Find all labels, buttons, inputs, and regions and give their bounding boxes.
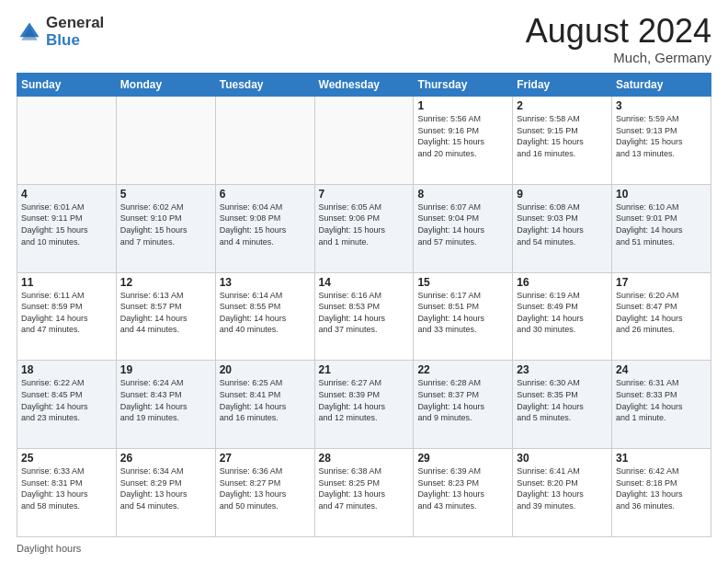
day-number: 1: [417, 99, 508, 112]
calendar-cell: 5Sunrise: 6:02 AM Sunset: 9:10 PM Daylig…: [116, 184, 215, 272]
day-info: Sunrise: 6:08 AM Sunset: 9:03 PM Dayligh…: [517, 201, 608, 247]
calendar-cell: 17Sunrise: 6:20 AM Sunset: 8:47 PM Dayli…: [612, 272, 711, 361]
location: Much, Germany: [526, 50, 711, 65]
day-number: 6: [220, 188, 311, 201]
calendar-cell: [215, 97, 314, 185]
day-info: Sunrise: 6:31 AM Sunset: 8:33 PM Dayligh…: [616, 377, 707, 423]
calendar-cell: 14Sunrise: 6:16 AM Sunset: 8:53 PM Dayli…: [314, 272, 414, 361]
day-info: Sunrise: 6:34 AM Sunset: 8:29 PM Dayligh…: [120, 465, 211, 511]
logo-blue-text: Blue: [46, 31, 80, 49]
day-info: Sunrise: 6:19 AM Sunset: 8:49 PM Dayligh…: [517, 290, 608, 336]
day-info: Sunrise: 6:10 AM Sunset: 9:01 PM Dayligh…: [616, 201, 707, 247]
day-number: 24: [616, 363, 707, 376]
header-row: SundayMondayTuesdayWednesdayThursdayFrid…: [17, 74, 711, 97]
page: General Blue August 2024 Much, Germany S…: [0, 0, 728, 563]
day-number: 19: [120, 363, 211, 376]
day-number: 23: [517, 363, 608, 376]
day-number: 14: [319, 276, 410, 289]
calendar-cell: 31Sunrise: 6:42 AM Sunset: 8:18 PM Dayli…: [612, 449, 711, 537]
calendar-cell: 9Sunrise: 6:08 AM Sunset: 9:03 PM Daylig…: [513, 184, 612, 272]
day-number: 22: [417, 363, 508, 376]
day-number: 28: [319, 452, 410, 465]
day-number: 20: [220, 363, 311, 376]
calendar-cell: 20Sunrise: 6:25 AM Sunset: 8:41 PM Dayli…: [215, 361, 314, 449]
calendar-cell: 13Sunrise: 6:14 AM Sunset: 8:55 PM Dayli…: [215, 272, 314, 361]
week-row-2: 4Sunrise: 6:01 AM Sunset: 9:11 PM Daylig…: [17, 184, 711, 272]
day-info: Sunrise: 6:36 AM Sunset: 8:27 PM Dayligh…: [220, 465, 311, 511]
calendar-cell: 25Sunrise: 6:33 AM Sunset: 8:31 PM Dayli…: [17, 449, 117, 537]
day-number: 5: [120, 188, 211, 201]
day-number: 27: [220, 452, 311, 465]
day-info: Sunrise: 6:42 AM Sunset: 8:18 PM Dayligh…: [616, 465, 707, 511]
logo: General Blue: [17, 15, 104, 49]
day-info: Sunrise: 6:25 AM Sunset: 8:41 PM Dayligh…: [220, 377, 311, 423]
day-info: Sunrise: 5:59 AM Sunset: 9:13 PM Dayligh…: [616, 113, 707, 159]
day-number: 3: [616, 99, 707, 112]
calendar-cell: 16Sunrise: 6:19 AM Sunset: 8:49 PM Dayli…: [513, 272, 612, 361]
day-number: 15: [417, 276, 508, 289]
day-info: Sunrise: 5:56 AM Sunset: 9:16 PM Dayligh…: [417, 113, 508, 159]
calendar-cell: 2Sunrise: 5:58 AM Sunset: 9:15 PM Daylig…: [513, 97, 612, 185]
day-number: 12: [120, 276, 211, 289]
day-info: Sunrise: 6:04 AM Sunset: 9:08 PM Dayligh…: [220, 201, 311, 247]
day-info: Sunrise: 6:17 AM Sunset: 8:51 PM Dayligh…: [417, 290, 508, 336]
day-info: Sunrise: 6:38 AM Sunset: 8:25 PM Dayligh…: [319, 465, 410, 511]
week-row-5: 25Sunrise: 6:33 AM Sunset: 8:31 PM Dayli…: [17, 449, 711, 537]
calendar-cell: [17, 97, 117, 185]
week-row-1: 1Sunrise: 5:56 AM Sunset: 9:16 PM Daylig…: [17, 97, 711, 185]
calendar-cell: 18Sunrise: 6:22 AM Sunset: 8:45 PM Dayli…: [17, 361, 117, 449]
day-info: Sunrise: 6:20 AM Sunset: 8:47 PM Dayligh…: [616, 290, 707, 336]
day-info: Sunrise: 6:01 AM Sunset: 9:11 PM Dayligh…: [21, 201, 112, 247]
day-number: 8: [417, 188, 508, 201]
calendar-cell: 1Sunrise: 5:56 AM Sunset: 9:16 PM Daylig…: [414, 97, 513, 185]
day-number: 26: [120, 452, 211, 465]
day-number: 13: [220, 276, 311, 289]
day-number: 21: [319, 363, 410, 376]
calendar-cell: 15Sunrise: 6:17 AM Sunset: 8:51 PM Dayli…: [414, 272, 513, 361]
calendar-cell: 28Sunrise: 6:38 AM Sunset: 8:25 PM Dayli…: [314, 449, 414, 537]
calendar-cell: 8Sunrise: 6:07 AM Sunset: 9:04 PM Daylig…: [414, 184, 513, 272]
day-info: Sunrise: 6:02 AM Sunset: 9:10 PM Dayligh…: [120, 201, 211, 247]
col-header-monday: Monday: [116, 74, 215, 97]
col-header-friday: Friday: [513, 74, 612, 97]
calendar-cell: 4Sunrise: 6:01 AM Sunset: 9:11 PM Daylig…: [17, 184, 117, 272]
calendar-cell: 11Sunrise: 6:11 AM Sunset: 8:59 PM Dayli…: [17, 272, 117, 361]
col-header-sunday: Sunday: [17, 74, 117, 97]
day-info: Sunrise: 6:39 AM Sunset: 8:23 PM Dayligh…: [417, 465, 508, 511]
calendar-cell: 22Sunrise: 6:28 AM Sunset: 8:37 PM Dayli…: [414, 361, 513, 449]
calendar-table: SundayMondayTuesdayWednesdayThursdayFrid…: [17, 73, 711, 537]
day-number: 18: [21, 363, 112, 376]
col-header-wednesday: Wednesday: [314, 74, 414, 97]
col-header-tuesday: Tuesday: [215, 74, 314, 97]
day-number: 7: [319, 188, 410, 201]
day-info: Sunrise: 6:24 AM Sunset: 8:43 PM Dayligh…: [120, 377, 211, 423]
calendar-cell: 3Sunrise: 5:59 AM Sunset: 9:13 PM Daylig…: [612, 97, 711, 185]
day-number: 31: [616, 452, 707, 465]
col-header-thursday: Thursday: [414, 74, 513, 97]
day-info: Sunrise: 6:07 AM Sunset: 9:04 PM Dayligh…: [417, 201, 508, 247]
day-number: 11: [21, 276, 112, 289]
calendar-cell: 23Sunrise: 6:30 AM Sunset: 8:35 PM Dayli…: [513, 361, 612, 449]
day-info: Sunrise: 6:14 AM Sunset: 8:55 PM Dayligh…: [220, 290, 311, 336]
calendar-cell: 24Sunrise: 6:31 AM Sunset: 8:33 PM Dayli…: [612, 361, 711, 449]
day-number: 17: [616, 276, 707, 289]
calendar-cell: 6Sunrise: 6:04 AM Sunset: 9:08 PM Daylig…: [215, 184, 314, 272]
day-info: Sunrise: 6:30 AM Sunset: 8:35 PM Dayligh…: [517, 377, 608, 423]
day-number: 16: [517, 276, 608, 289]
day-number: 29: [417, 452, 508, 465]
logo-icon: [17, 19, 42, 45]
day-number: 2: [517, 99, 608, 112]
col-header-saturday: Saturday: [612, 74, 711, 97]
week-row-3: 11Sunrise: 6:11 AM Sunset: 8:59 PM Dayli…: [17, 272, 711, 361]
day-info: Sunrise: 5:58 AM Sunset: 9:15 PM Dayligh…: [517, 113, 608, 159]
calendar-cell: [116, 97, 215, 185]
calendar-cell: 27Sunrise: 6:36 AM Sunset: 8:27 PM Dayli…: [215, 449, 314, 537]
title-block: August 2024 Much, Germany: [526, 15, 711, 65]
day-number: 25: [21, 452, 112, 465]
calendar-cell: 29Sunrise: 6:39 AM Sunset: 8:23 PM Dayli…: [414, 449, 513, 537]
calendar-cell: 12Sunrise: 6:13 AM Sunset: 8:57 PM Dayli…: [116, 272, 215, 361]
calendar-cell: [314, 97, 414, 185]
header: General Blue August 2024 Much, Germany: [17, 15, 711, 65]
logo-general-text: General: [46, 14, 104, 31]
footer: Daylight hours: [17, 543, 711, 554]
